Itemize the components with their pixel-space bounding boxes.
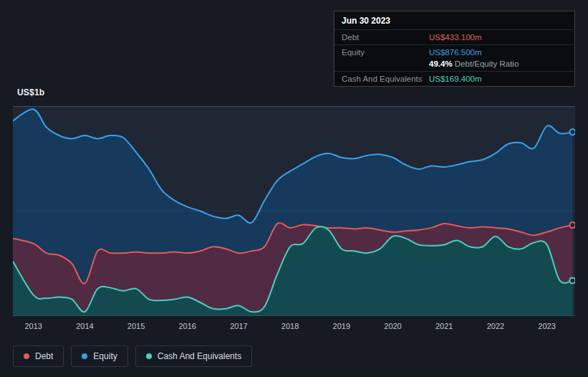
cash-and-equivalents-endpoint[interactable] <box>569 277 575 283</box>
plot-area[interactable] <box>13 106 575 316</box>
chart-svg <box>13 106 575 316</box>
tooltip-equity-row: Equity US$876.500m <box>334 44 574 59</box>
legend-item-debt[interactable]: Debt <box>13 345 64 367</box>
x-axis: 2013201420152016201720182019202020212022… <box>13 322 575 332</box>
tooltip-equity-label: Equity <box>342 48 429 57</box>
x-axis-label: 2015 <box>127 322 145 330</box>
legend: Debt Equity Cash And Equivalents <box>13 345 252 367</box>
x-axis-label: 2023 <box>538 322 555 330</box>
tooltip-ratio-label: Debt/Equity Ratio <box>455 59 519 68</box>
x-axis-label: 2017 <box>230 322 247 330</box>
tooltip-cash-value: US$169.400m <box>429 75 482 83</box>
equity-dot-icon <box>82 353 87 359</box>
legend-item-label: Cash And Equivalents <box>158 351 241 361</box>
debt-dot-icon <box>24 353 29 359</box>
legend-item-equity[interactable]: Equity <box>71 345 127 367</box>
tooltip-debt-label: Debt <box>342 33 429 42</box>
page: { "y_axis": { "top_label": "US$1b", "bot… <box>0 0 588 377</box>
tooltip-debt-value: US$433.100m <box>429 33 482 42</box>
x-axis-label: 2019 <box>333 322 350 330</box>
x-axis-label: 2016 <box>178 322 196 330</box>
tooltip-panel: Jun 30 2023 Debt US$433.100m Equity US$8… <box>334 11 575 87</box>
tooltip-ratio: 49.4% Debt/Equity Ratio <box>429 59 519 68</box>
x-axis-label: 2018 <box>281 322 299 330</box>
y-axis-label-top: US$1b <box>17 87 44 97</box>
debt-endpoint[interactable] <box>569 222 575 228</box>
x-axis-label: 2014 <box>76 322 93 330</box>
legend-item-cash[interactable]: Cash And Equivalents <box>135 345 252 367</box>
tooltip-cash-row: Cash And Equivalents US$169.400m <box>334 71 574 86</box>
cash-dot-icon <box>146 353 152 359</box>
tooltip-equity-value: US$876.500m <box>429 48 482 57</box>
tooltip-ratio-value: 49.4% <box>429 59 453 68</box>
equity-endpoint[interactable] <box>569 129 575 135</box>
tooltip-cash-label: Cash And Equivalents <box>342 75 429 83</box>
tooltip-date: Jun 30 2023 <box>334 11 574 29</box>
x-axis-label: 2013 <box>24 322 42 330</box>
tooltip-ratio-row: 49.4% Debt/Equity Ratio <box>334 59 574 71</box>
x-axis-label: 2020 <box>384 322 401 330</box>
legend-item-label: Equity <box>93 351 117 361</box>
x-axis-label: 2022 <box>487 322 504 330</box>
tooltip-debt-row: Debt US$433.100m <box>334 29 574 44</box>
x-axis-label: 2021 <box>435 322 453 330</box>
legend-item-label: Debt <box>35 351 53 361</box>
